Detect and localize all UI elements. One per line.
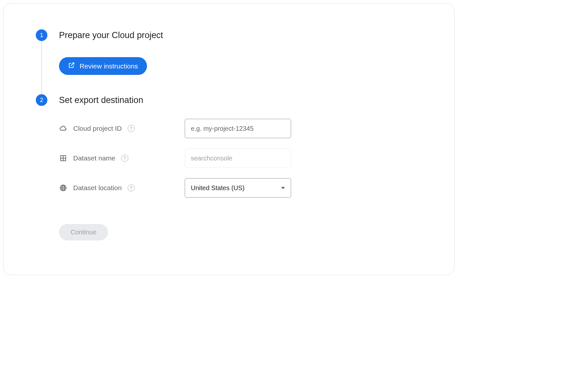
step-2-marker: 2 [36, 94, 47, 106]
help-icon[interactable]: ? [128, 125, 135, 132]
globe-icon [59, 184, 67, 192]
step-1-title: Prepare your Cloud project [59, 29, 422, 41]
step-1-marker: 1 [36, 29, 47, 41]
row-project-id: Cloud project ID ? [59, 119, 422, 138]
project-id-label: Cloud project ID [73, 125, 122, 132]
project-id-input[interactable] [185, 119, 291, 138]
continue-button: Continue [59, 224, 108, 240]
step-2-title: Set export destination [59, 94, 422, 106]
review-instructions-button[interactable]: Review instructions [59, 57, 147, 75]
step-2: 2 Set export destination Cloud project I… [36, 94, 422, 240]
grid-icon [59, 154, 67, 162]
dataset-location-select[interactable]: United States (US) [185, 178, 291, 198]
dataset-name-input [185, 148, 291, 168]
cloud-icon [59, 124, 67, 133]
setup-card: 1 Prepare your Cloud project Review inst… [3, 3, 455, 275]
chevron-down-icon [281, 187, 285, 189]
row-dataset-location: Dataset location ? United States (US) [59, 178, 422, 198]
dataset-name-label: Dataset name [73, 154, 115, 162]
dataset-location-label: Dataset location [73, 184, 122, 192]
help-icon[interactable]: ? [121, 155, 128, 162]
dataset-location-value: United States (US) [191, 184, 245, 192]
review-instructions-label: Review instructions [80, 62, 138, 70]
row-dataset-name: Dataset name ? [59, 148, 422, 168]
help-icon[interactable]: ? [128, 184, 135, 191]
open-in-new-icon [68, 62, 75, 70]
step-1: 1 Prepare your Cloud project Review inst… [36, 29, 422, 94]
